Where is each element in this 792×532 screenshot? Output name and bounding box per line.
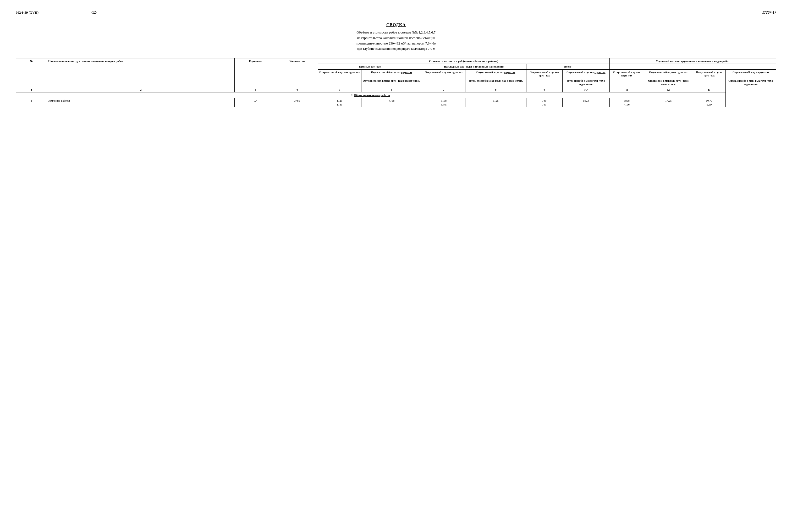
col-overhead-opusk: Опуск. способ в су- хих грун- тах <box>466 69 526 78</box>
col-num-4: 4 <box>276 87 318 92</box>
page-header: 902-I-59 (XVII) 17207-17 -12- <box>16 11 776 15</box>
row-col12: 17,25 <box>644 98 693 107</box>
col-total-header: Всего <box>526 64 609 69</box>
row-col7: 31583375 <box>422 98 465 107</box>
row-num: I <box>16 98 47 107</box>
col-name-header: Наименование конструктивных элементов и … <box>47 58 235 87</box>
row-col9: 740791 <box>526 98 562 107</box>
col-num-2: 2 <box>47 87 235 92</box>
col-num-10: IO <box>563 87 610 92</box>
row-col10: 5923 <box>563 98 610 107</box>
col-share2-opusk: Опуск. способб в оух. груп- тах <box>725 69 776 78</box>
row-unit: мв <box>235 98 276 107</box>
row-col5: 11291186 <box>318 98 361 107</box>
col-qty-header: Количество <box>276 58 318 87</box>
row-col11: 38984166 <box>609 98 644 107</box>
col-share1-opusk-sub: Опуск опоо. в мок рых грун- тах о водо- … <box>644 78 693 87</box>
col-num-11: II <box>609 87 644 92</box>
col-num-8: 8 <box>466 87 526 92</box>
col-num-1: I <box>16 87 47 92</box>
col-direct-header: Прямых зат- рат <box>318 64 422 69</box>
col-share-sub2 <box>693 64 776 69</box>
page-number: -12- <box>91 11 97 14</box>
col-share-sub1 <box>609 64 693 69</box>
col-overhead-opusk-sub: опуск. способб в мокр грун- тах с водо- … <box>466 78 526 87</box>
col-direct-opusk-sub: Опускн способб в мокр грун- тах в водоот… <box>361 78 422 87</box>
subtitle: Объёмов и стоимости работ к сметам №№ I,… <box>16 30 776 52</box>
col-cost-header: Стоимость по смете в руб.(в ценах базисн… <box>318 58 609 64</box>
row-name: Земляные работы <box>47 98 235 107</box>
subtitle-line-2: на строительство канализационной насосно… <box>16 35 776 41</box>
col-num-6: 6 <box>361 87 422 92</box>
page-title: СВОДКА <box>16 22 776 27</box>
col-share2-open: Откр. опо- соб в сухих грун- тах <box>693 69 725 78</box>
col-overhead-header: Накладные рас- ходы и плановые накоплени… <box>422 64 526 69</box>
col-overhead-open-sub <box>422 78 465 87</box>
col-num-9: 9 <box>526 87 562 92</box>
section-title: I. Общестроительные работы <box>16 92 726 98</box>
row-col6: 4798 <box>361 98 422 107</box>
col-num-3: 3 <box>235 87 276 92</box>
col-overhead-open: Откр опо- соб в оу хих грун- тах <box>422 69 465 78</box>
col-total-opusk-sub: опуск способб в мокр грун- тах о водо- о… <box>563 78 610 87</box>
table-row: I Земляные работы мв 3785 11291186 4798 … <box>16 98 776 107</box>
col-num-13: I3 <box>693 87 725 92</box>
col-total-open: Открыт. способ в су- хих грун- тах <box>526 69 562 78</box>
col-direct-opusk: Опускн способб в су- хих грун- тах <box>361 69 422 78</box>
subtitle-line-3: производительностью 230-432 м3/час, напо… <box>16 41 776 46</box>
col-share2-opusk-sub: Опуск. способб в мок- рых груп- тах с во… <box>725 78 776 87</box>
col-total-open-sub <box>526 78 562 87</box>
doc-number-right: 17207-17 <box>762 11 776 15</box>
row-col8: 1125 <box>466 98 526 107</box>
col-direct-open: Открыт способ в су- хих грун- тах <box>318 69 361 78</box>
col-share2-open-sub <box>693 78 725 87</box>
col-share1-opusk: Опуск опо- соб в сухих грун- тах <box>644 69 693 78</box>
row-qty: 3785 <box>276 98 318 107</box>
title-section: СВОДКА Объёмов и стоимости работ к смета… <box>16 22 776 52</box>
col-num-12: I2 <box>644 87 693 92</box>
col-share1-open: Откр. опо- соб в су хих грун- тах <box>609 69 644 78</box>
col-num-7: 7 <box>422 87 465 92</box>
main-table: № Наименование конструктивных элементов … <box>16 58 776 107</box>
col-direct-open-sub <box>318 78 361 87</box>
col-num-5: 5 <box>318 87 361 92</box>
col-share-header: Удельный вес конструктивных элементов и … <box>609 58 776 64</box>
subtitle-line-1: Объёмов и стоимости работ к сметам №№ I,… <box>16 30 776 35</box>
col-total-opusk: Опуск. способ в су- хих грун- тах <box>563 69 610 78</box>
subtitle-line-4: при глубине заложения подводящего коллек… <box>16 46 776 52</box>
col-num-header: № <box>16 58 47 87</box>
col-unit-header: Един изм. <box>235 58 276 87</box>
row-col13: 10,779,99 <box>693 98 725 107</box>
col-share1-open-sub <box>609 78 644 87</box>
doc-number-left: 902-I-59 (XVII) <box>16 11 38 15</box>
section-title-row: I. Общестроительные работы <box>16 92 776 98</box>
